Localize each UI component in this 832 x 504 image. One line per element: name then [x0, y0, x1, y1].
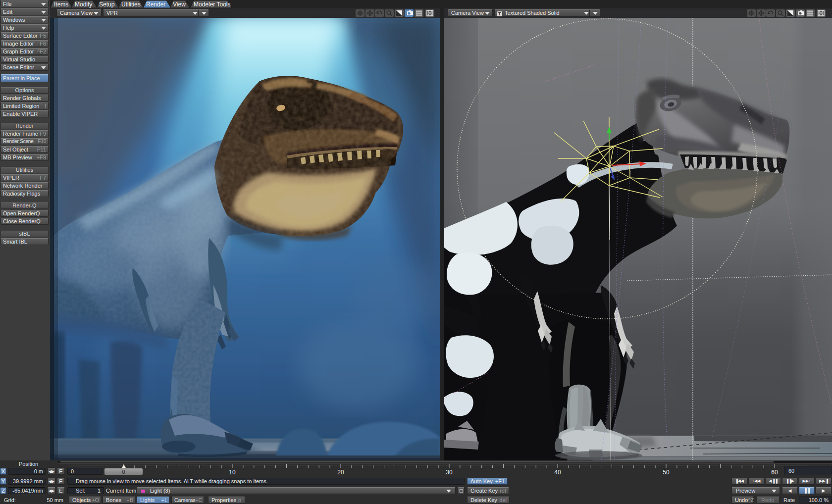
- svg-text:60: 60: [771, 469, 778, 475]
- svg-text:20: 20: [337, 469, 344, 475]
- svg-text:Render: Render: [146, 1, 165, 8]
- svg-text:View: View: [173, 1, 186, 8]
- svg-text:50: 50: [663, 469, 670, 475]
- svg-text:Modeler Tools: Modeler Tools: [194, 1, 230, 8]
- svg-text:40: 40: [554, 469, 561, 475]
- svg-text:30: 30: [446, 469, 453, 475]
- svg-text:Setup: Setup: [99, 1, 115, 8]
- svg-text:Utilities: Utilities: [121, 1, 141, 8]
- svg-text:Items: Items: [54, 1, 68, 8]
- svg-text:Modify: Modify: [75, 1, 92, 8]
- svg-text:10: 10: [229, 469, 236, 475]
